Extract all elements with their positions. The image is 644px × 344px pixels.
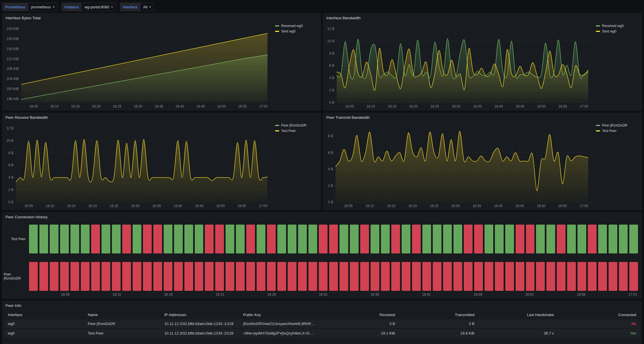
status-bar-disconnected[interactable] (91, 225, 100, 253)
status-bar-connected[interactable] (381, 225, 390, 253)
status-bar-connected[interactable] (567, 225, 576, 253)
status-bar-disconnected[interactable] (50, 262, 58, 291)
status-bar-disconnected[interactable] (433, 262, 441, 291)
column-header-received[interactable]: Received (320, 310, 399, 319)
status-bar-connected[interactable] (485, 225, 493, 253)
status-bar-disconnected[interactable] (516, 262, 524, 291)
status-bar-connected[interactable] (236, 225, 245, 253)
status-bar-connected[interactable] (340, 225, 348, 253)
status-bar-disconnected[interactable] (485, 262, 493, 291)
status-bar-disconnected[interactable] (164, 262, 172, 291)
status-bar-disconnected[interactable] (319, 262, 327, 291)
status-bar-disconnected[interactable] (474, 262, 483, 291)
interface-bytes-total-chart[interactable]: 16:0516:1016:1516:2016:2516:3016:3516:40… (4, 22, 274, 110)
status-bar-disconnected[interactable] (360, 262, 369, 291)
status-bar-disconnected[interactable] (578, 262, 586, 291)
status-bar-disconnected[interactable] (308, 262, 317, 291)
status-bar-disconnected[interactable] (526, 262, 535, 291)
status-bar-disconnected[interactable] (402, 262, 410, 291)
status-bar-disconnected[interactable] (122, 262, 131, 291)
peer-transmit-bandwidth-chart[interactable]: 16:0516:1016:1516:2016:2516:3016:3516:40… (325, 122, 595, 209)
status-bar-disconnected[interactable] (102, 262, 110, 291)
status-bar-connected[interactable] (195, 225, 203, 253)
status-bar-disconnected[interactable] (557, 225, 565, 253)
legend-item-peer-jrzmdsdr[interactable]: Peer jRzmDsDR (275, 123, 318, 127)
status-bar-disconnected[interactable] (246, 225, 255, 253)
status-bar-disconnected[interactable] (143, 262, 152, 291)
var-prometheus-dropdown[interactable]: prometheus ▾ (28, 3, 58, 11)
status-bar-disconnected[interactable] (122, 225, 131, 253)
status-bar-disconnected[interactable] (133, 262, 141, 291)
status-bar-connected[interactable] (609, 225, 617, 253)
status-bar-disconnected[interactable] (267, 262, 276, 291)
status-bar-disconnected[interactable] (91, 262, 100, 291)
column-header-public-key[interactable]: Public Key (240, 310, 320, 319)
status-bar-disconnected[interactable] (464, 225, 472, 253)
status-bar-disconnected[interactable] (143, 225, 152, 253)
status-bar-connected[interactable] (257, 225, 265, 253)
var-interface-dropdown[interactable]: All ▾ (140, 3, 154, 11)
status-bar-disconnected[interactable] (153, 262, 162, 291)
legend-item-sent-wg0[interactable]: Sent wg0 (275, 29, 318, 33)
status-bar-connected[interactable] (546, 225, 555, 253)
status-bar-disconnected[interactable] (184, 262, 193, 291)
status-bar-connected[interactable] (174, 225, 183, 253)
status-bar-disconnected[interactable] (505, 262, 514, 291)
status-bar-disconnected[interactable] (609, 262, 617, 291)
status-bar-disconnected[interactable] (112, 262, 121, 291)
column-header-ip-addresses[interactable]: IP Addresses (161, 310, 240, 319)
column-header-name[interactable]: Name (84, 310, 161, 319)
status-bar-disconnected[interactable] (536, 262, 545, 291)
status-bar-connected[interactable] (402, 225, 410, 253)
status-bar-disconnected[interactable] (195, 262, 203, 291)
status-bar-disconnected[interactable] (205, 225, 214, 253)
status-bar-disconnected[interactable] (71, 262, 79, 291)
status-bar-connected[interactable] (598, 225, 607, 253)
status-bar-disconnected[interactable] (288, 262, 296, 291)
column-header-last-handshake[interactable]: Last Handshake (478, 310, 557, 319)
status-bar-connected[interactable] (619, 225, 628, 253)
status-bar-disconnected[interactable] (350, 262, 359, 291)
status-bar-disconnected[interactable] (391, 225, 400, 253)
status-bar-connected[interactable] (60, 225, 69, 253)
status-bar-disconnected[interactable] (557, 262, 565, 291)
column-header-interface[interactable]: Interface (4, 310, 84, 319)
status-bar-disconnected[interactable] (277, 262, 286, 291)
status-bar-connected[interactable] (184, 225, 193, 253)
status-bar-disconnected[interactable] (464, 262, 472, 291)
status-bar-disconnected[interactable] (629, 262, 638, 291)
status-bar-disconnected[interactable] (526, 225, 535, 253)
status-bar-connected[interactable] (629, 225, 638, 253)
status-bar-disconnected[interactable] (153, 225, 162, 253)
status-bar-connected[interactable] (71, 225, 79, 253)
status-bar-disconnected[interactable] (381, 262, 390, 291)
panel-title[interactable]: Peer Info (5, 303, 21, 308)
status-bar-connected[interactable] (50, 225, 58, 253)
legend-item-test-peer[interactable]: Test Peer (275, 129, 318, 133)
status-bar-disconnected[interactable] (567, 262, 576, 291)
status-bar-connected[interactable] (39, 225, 48, 253)
status-bar-connected[interactable] (277, 225, 286, 253)
legend-item-test-peer[interactable]: Test Peer (596, 129, 639, 133)
status-bar-disconnected[interactable] (412, 262, 421, 291)
status-bar-connected[interactable] (298, 225, 307, 253)
column-header-transmitted[interactable]: Transmitted (399, 310, 478, 319)
status-bar-disconnected[interactable] (319, 225, 327, 253)
status-bar-disconnected[interactable] (215, 225, 224, 253)
peer-receive-bandwidth-chart[interactable]: 16:0516:1016:1516:2016:2516:3016:3516:40… (4, 122, 274, 209)
status-bar-disconnected[interactable] (391, 262, 400, 291)
panel-title[interactable]: Peer Connection History (5, 215, 47, 219)
status-bar-disconnected[interactable] (298, 262, 307, 291)
interface-bandwidth-chart[interactable]: 16:0516:1016:1516:2016:2516:3016:3516:40… (325, 22, 595, 110)
peer-connection-history-chart[interactable]: Test PeerPeer jRzmDsDR16:0616:1116:1616:… (3, 221, 641, 298)
legend-item-sent-wg0[interactable]: Sent wg0 (596, 29, 639, 33)
status-bar-disconnected[interactable] (29, 262, 38, 291)
status-bar-connected[interactable] (350, 225, 359, 253)
status-bar-disconnected[interactable] (340, 262, 348, 291)
status-bar-disconnected[interactable] (267, 225, 276, 253)
status-bar-connected[interactable] (308, 225, 317, 253)
status-bar-disconnected[interactable] (60, 262, 69, 291)
status-bar-connected[interactable] (102, 225, 110, 253)
legend-item-received-wg0[interactable]: Received wg0 (596, 24, 639, 28)
status-bar-connected[interactable] (433, 225, 441, 253)
